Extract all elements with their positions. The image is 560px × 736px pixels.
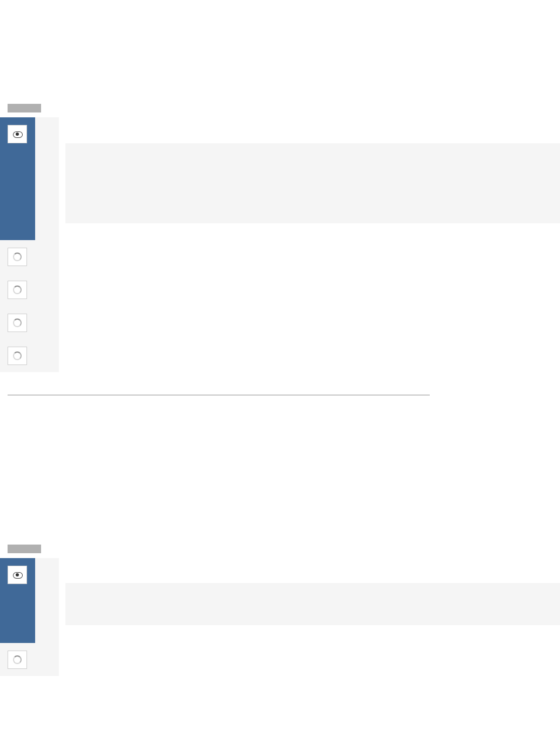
top-spacer [0, 0, 560, 104]
panel [0, 117, 560, 372]
section-header [8, 545, 41, 553]
tab-icon-box [8, 248, 27, 266]
tab-icon-box [8, 125, 27, 143]
tab-selected[interactable] [0, 558, 35, 643]
panel [0, 558, 560, 676]
tab-item[interactable] [0, 643, 59, 676]
eye-icon [13, 130, 22, 138]
tab-strip [0, 558, 59, 676]
tab-item[interactable] [0, 273, 59, 306]
tab-icon-box [8, 566, 27, 584]
tab-icon-box [8, 314, 27, 332]
loading-spinner-icon [13, 352, 22, 360]
content-area [59, 117, 560, 372]
tab-item[interactable] [0, 306, 59, 339]
tab-strip [0, 117, 59, 372]
content-block [65, 583, 560, 625]
eye-icon [13, 571, 22, 579]
tab-item[interactable] [0, 339, 59, 372]
loading-spinner-icon [13, 319, 22, 327]
content-area [59, 558, 560, 676]
loading-spinner-icon [13, 655, 22, 664]
section-header [8, 104, 41, 112]
loading-spinner-icon [13, 253, 22, 261]
tab-icon-box [8, 347, 27, 365]
loading-spinner-icon [13, 286, 22, 294]
tab-item[interactable] [0, 240, 59, 273]
tab-selected[interactable] [0, 117, 35, 240]
tab-icon-box [8, 651, 27, 669]
content-block [65, 143, 560, 223]
tab-icon-box [8, 281, 27, 299]
